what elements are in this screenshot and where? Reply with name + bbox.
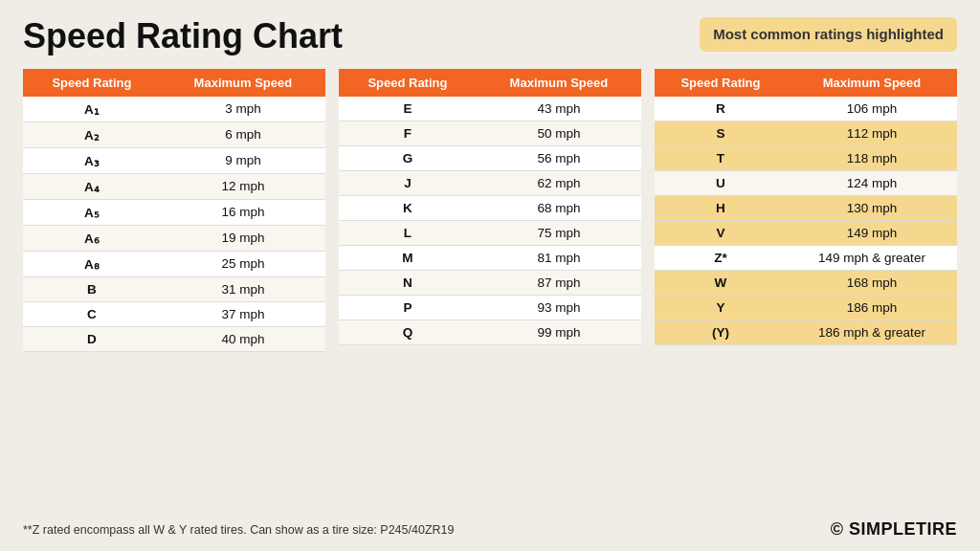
table-row: B <box>23 276 161 301</box>
table-row: 81 mph <box>477 245 641 270</box>
table-row: A₈ <box>23 251 161 276</box>
table-row: 31 mph <box>161 276 325 301</box>
table-row: 87 mph <box>477 270 641 295</box>
table2-wrap: Speed Rating Maximum Speed E43 mphF50 mp… <box>339 69 641 512</box>
table1: Speed Rating Maximum Speed A₁3 mphA₂6 mp… <box>23 69 325 352</box>
table-row: 12 mph <box>161 173 325 199</box>
table-row: A₄ <box>23 173 161 199</box>
table3-header-speed: Maximum Speed <box>787 69 957 97</box>
table-row: Q <box>339 320 477 344</box>
table-row: 40 mph <box>161 326 325 351</box>
table-row: A₃ <box>23 147 161 173</box>
table-row: S <box>655 121 787 145</box>
table-row: 186 mph & greater <box>787 320 957 344</box>
table-row: T <box>655 145 787 170</box>
table1-header-speed: Maximum Speed <box>161 69 325 97</box>
table-row: 112 mph <box>787 121 957 145</box>
table-row: 149 mph & greater <box>787 245 957 270</box>
table-row: V <box>655 220 787 245</box>
table-row: 37 mph <box>161 301 325 326</box>
table-row: 130 mph <box>787 195 957 220</box>
table-row: N <box>339 270 477 295</box>
table-row: 186 mph <box>787 295 957 320</box>
table-row: 6 mph <box>161 121 325 147</box>
table-row: A₅ <box>23 199 161 225</box>
table-row: (Y) <box>655 320 787 344</box>
table-row: F <box>339 121 477 145</box>
table-row: U <box>655 170 787 195</box>
table3-wrap: Speed Rating Maximum Speed R106 mphS112 … <box>655 69 957 512</box>
table-row: K <box>339 195 477 220</box>
footnote-text: **Z rated encompass all W & Y rated tire… <box>23 523 454 537</box>
table3: Speed Rating Maximum Speed R106 mphS112 … <box>655 69 957 345</box>
table-row: 75 mph <box>477 220 641 245</box>
table-row: 3 mph <box>161 97 325 122</box>
table-row: 99 mph <box>477 320 641 344</box>
table-row: 168 mph <box>787 270 957 295</box>
table-row: W <box>655 270 787 295</box>
table-row: A₆ <box>23 225 161 251</box>
header-row: Speed Rating Chart Most common ratings h… <box>23 17 957 55</box>
table-row: 124 mph <box>787 170 957 195</box>
table-row: G <box>339 145 477 170</box>
table1-wrap: Speed Rating Maximum Speed A₁3 mphA₂6 mp… <box>23 69 325 512</box>
table-row: 106 mph <box>787 97 957 121</box>
table-row: Y <box>655 295 787 320</box>
table2-header-rating: Speed Rating <box>339 69 477 97</box>
table-row: 19 mph <box>161 225 325 251</box>
table-row: J <box>339 170 477 195</box>
table-row: M <box>339 245 477 270</box>
table-row: D <box>23 326 161 351</box>
table-row: E <box>339 97 477 121</box>
table-row: Z* <box>655 245 787 270</box>
table-row: C <box>23 301 161 326</box>
table-row: P <box>339 295 477 320</box>
table3-header-rating: Speed Rating <box>655 69 787 97</box>
table-row: 149 mph <box>787 220 957 245</box>
page-title: Speed Rating Chart <box>23 17 343 55</box>
table-row: A₁ <box>23 97 161 122</box>
table-row: 56 mph <box>477 145 641 170</box>
table-row: 50 mph <box>477 121 641 145</box>
table-row: L <box>339 220 477 245</box>
table2: Speed Rating Maximum Speed E43 mphF50 mp… <box>339 69 641 345</box>
table-row: 16 mph <box>161 199 325 225</box>
table-row: 68 mph <box>477 195 641 220</box>
table-row: 25 mph <box>161 251 325 276</box>
footnote-row: **Z rated encompass all W & Y rated tire… <box>23 519 957 540</box>
table-row: R <box>655 97 787 121</box>
table-row: H <box>655 195 787 220</box>
table-row: 118 mph <box>787 145 957 170</box>
table-row: 93 mph <box>477 295 641 320</box>
tables-row: Speed Rating Maximum Speed A₁3 mphA₂6 mp… <box>23 69 957 512</box>
highlight-badge: Most common ratings highlighted <box>700 17 957 52</box>
table-row: 62 mph <box>477 170 641 195</box>
table-row: 43 mph <box>477 97 641 121</box>
table1-header-rating: Speed Rating <box>23 69 161 97</box>
table-row: 9 mph <box>161 147 325 173</box>
brand-text: © SIMPLETIRE <box>831 519 957 540</box>
table-row: A₂ <box>23 121 161 147</box>
table2-header-speed: Maximum Speed <box>477 69 641 97</box>
